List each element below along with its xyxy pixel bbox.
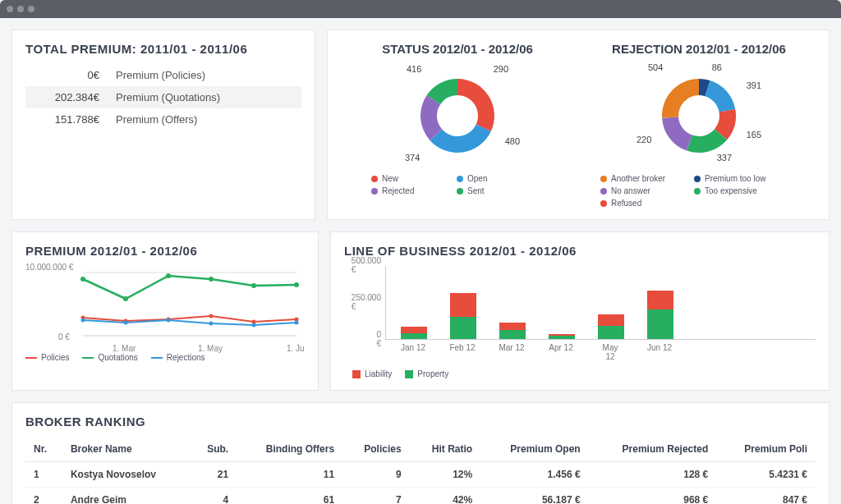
donut-charts-card: STATUS 2012/01 - 2012/06 290 480	[327, 30, 830, 220]
y-axis-label: 10.000.000 €	[25, 263, 73, 272]
table-cell: 5.4231 €	[716, 462, 816, 488]
bar-seg-property	[647, 309, 673, 339]
legend-item: Liability	[352, 369, 392, 378]
bar-group	[647, 291, 673, 339]
svg-point-5	[209, 277, 214, 282]
swatch-icon	[151, 357, 163, 359]
col-header[interactable]: Binding Offers	[237, 437, 342, 462]
legend-label: Property	[417, 369, 448, 378]
status-legend: New Open Rejected Sent	[371, 174, 544, 195]
rejection-legend: Another broker Premium too low No answer…	[600, 174, 797, 208]
swatch-icon	[694, 176, 701, 182]
x-axis-label: May 12	[597, 343, 623, 361]
col-header[interactable]: Policies	[342, 437, 410, 462]
legend-label: Refused	[611, 199, 641, 208]
legend-label: Too expensive	[705, 186, 757, 195]
premium-value: 202.384€	[25, 86, 108, 108]
window-max-icon[interactable]	[28, 6, 34, 12]
table-row: 202.384€Premium (Quotations)	[25, 86, 301, 108]
broker-table: Nr. Broker Name Sub. Binding Offers Poli…	[25, 437, 816, 504]
table-cell: 128 €	[589, 462, 717, 488]
donut-value: 374	[405, 153, 420, 163]
bar-seg-property	[401, 333, 427, 339]
table-cell: 968 €	[589, 488, 717, 505]
premium-line-legend: Policies Quotations Rejections	[25, 353, 305, 362]
bar-seg-liability	[647, 291, 673, 309]
legend-item: Refused	[600, 199, 682, 208]
legend-item: Policies	[25, 353, 69, 362]
table-cell: 4	[190, 488, 237, 505]
rejection-title: REJECTION 2012/01 - 2012/06	[612, 42, 786, 56]
bar-seg-liability	[450, 293, 476, 317]
svg-point-6	[251, 283, 256, 288]
svg-point-3	[123, 296, 128, 301]
total-premium-table: 0€Premium (Policies) 202.384€Premium (Qu…	[25, 64, 301, 131]
legend-label: Liability	[365, 369, 392, 378]
bar-seg-property	[499, 330, 526, 339]
table-cell: 9	[342, 462, 410, 488]
swatch-icon	[600, 176, 607, 182]
swatch-icon	[694, 188, 701, 195]
status-title: STATUS 2012/01 - 2012/06	[382, 42, 533, 56]
svg-point-17	[209, 322, 214, 326]
bar-seg-liability	[401, 327, 427, 333]
bar-group	[450, 293, 476, 339]
legend-item: Rejected	[371, 186, 445, 195]
col-header[interactable]: Broker Name	[62, 437, 190, 462]
legend-label: Open	[467, 174, 487, 183]
legend-item: Another broker	[600, 174, 682, 183]
table-row[interactable]: 1Kostya Novoselov2111912%1.456 €128 €5.4…	[25, 462, 816, 488]
swatch-icon	[457, 188, 463, 195]
svg-point-16	[167, 318, 171, 323]
legend-item: Too expensive	[694, 186, 776, 195]
dashboard-content: TOTAL PREMIUM: 2011/01 - 2011/06 0€Premi…	[0, 18, 841, 504]
bar-group	[499, 323, 526, 339]
legend-label: Quotations	[98, 353, 137, 362]
col-header[interactable]: Sub.	[190, 437, 237, 462]
app-window: TOTAL PREMIUM: 2011/01 - 2011/06 0€Premi…	[0, 0, 841, 504]
broker-title: BROKER RANKING	[25, 415, 816, 428]
bar-seg-property	[549, 336, 575, 339]
lob-legend: Liability Property	[352, 369, 816, 378]
col-header[interactable]: Nr.	[25, 437, 62, 462]
donut-value: 220	[636, 135, 651, 144]
col-header[interactable]: Premium Open	[480, 437, 588, 462]
table-row[interactable]: 2Andre Geim461742%56.187 €968 €847 €	[25, 488, 816, 505]
premium-line-title: PREMIUM 2012/01 - 2012/06	[25, 244, 305, 258]
donut-value: 391	[747, 80, 761, 90]
window-min-icon[interactable]	[17, 6, 24, 12]
table-cell: 11	[237, 462, 342, 488]
rejection-donut-cell: REJECTION 2012/01 - 2012/06	[582, 42, 816, 208]
svg-point-18	[252, 323, 256, 328]
col-header[interactable]: Premium Poli	[716, 437, 816, 462]
y-axis-label: 0 €	[376, 330, 386, 348]
col-header[interactable]: Premium Rejected	[589, 437, 717, 462]
swatch-icon	[82, 357, 94, 359]
total-premium-title: TOTAL PREMIUM: 2011/01 - 2011/06	[25, 42, 301, 56]
status-donut: 290 480 374 416	[392, 62, 523, 169]
donut-value: 480	[505, 136, 520, 146]
table-cell: 42%	[410, 488, 481, 505]
legend-item: Sent	[457, 186, 531, 195]
premium-label: Premium (Policies)	[108, 64, 301, 86]
premium-line-chart: 10.000.000 € 0 €	[25, 266, 305, 348]
lob-card: LINE OF BUSINESS 2012/01 - 2012/06 500.0…	[330, 231, 830, 391]
legend-item: Rejections	[151, 353, 205, 362]
col-header[interactable]: Hit Ratio	[410, 437, 481, 462]
total-premium-card: TOTAL PREMIUM: 2011/01 - 2011/06 0€Premi…	[11, 30, 315, 220]
donut-value: 165	[747, 130, 761, 140]
x-axis-label: Jun 12	[646, 343, 673, 361]
premium-line-card: PREMIUM 2012/01 - 2012/06 10.000.000 € 0…	[11, 231, 319, 391]
bar-group	[598, 314, 624, 339]
x-axis-label: Mar 12	[499, 343, 525, 361]
bar-group	[549, 334, 575, 339]
legend-label: Rejected	[382, 186, 414, 195]
table-cell: Kostya Novoselov	[62, 462, 190, 488]
x-axis-label: Jan 12	[400, 343, 426, 361]
x-axis-label: 1. Ju	[287, 344, 305, 353]
swatch-icon	[371, 188, 378, 195]
premium-value: 151.788€	[25, 108, 108, 131]
legend-label: Policies	[41, 353, 69, 362]
window-close-icon[interactable]	[7, 6, 13, 12]
table-row: 0€Premium (Policies)	[25, 64, 301, 86]
